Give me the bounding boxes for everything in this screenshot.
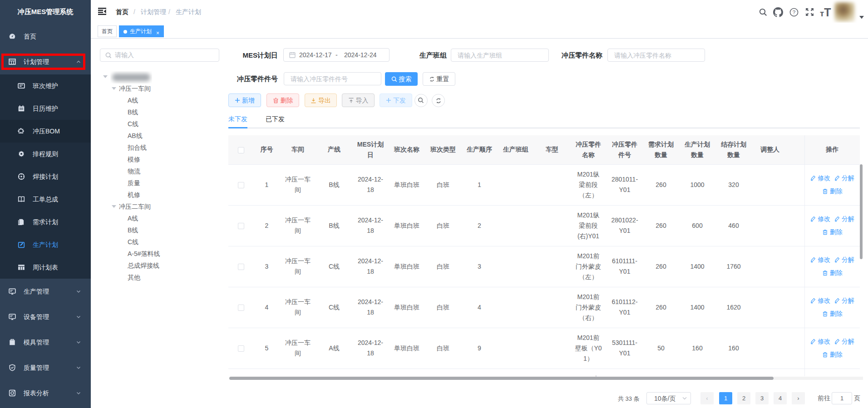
svg-text:?: ?: [793, 10, 795, 15]
